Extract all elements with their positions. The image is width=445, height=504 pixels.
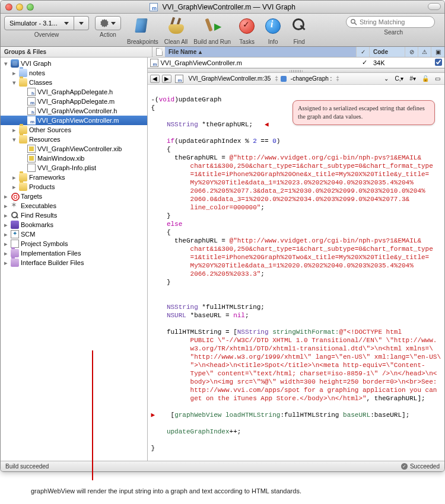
groups-files-sidebar[interactable]: ▾VVI Graph▸notes▾ClassesVVI_GraphAppDele… [1,58,148,461]
yellowf-icon [19,173,27,181]
code-header[interactable]: Code [370,47,405,57]
tasks-group: Tasks [237,16,257,45]
tree-row[interactable]: ▸Bookmarks [1,220,147,229]
cleanall-label: Clean All [164,39,187,45]
tree-row[interactable]: VVI_GraphViewController.xib [1,144,147,154]
search-input[interactable] [346,16,435,28]
find-label: Find [289,39,309,45]
tree-row[interactable]: ▸Products [1,182,147,192]
disclosure-triangle-icon[interactable]: ▸ [11,126,17,134]
tree-row[interactable]: ▾Resources [1,135,147,144]
yellowf-icon [19,126,27,134]
tree-row-label: VVI_Graph-Info.plist [37,164,96,171]
status-left: Build succeeded [5,463,49,470]
disclosure-triangle-icon[interactable]: ▸ [3,202,9,210]
tree-row[interactable]: VVI_GraphViewController.h [1,106,147,116]
tree-row[interactable]: ▸SCM [1,229,147,239]
cleanall-button[interactable] [166,16,186,36]
purplef-icon [11,259,19,267]
buildrun-button[interactable] [202,16,223,36]
nav-method-label[interactable]: -changeGraph : [289,75,334,82]
disclosure-triangle-icon[interactable]: ▸ [3,240,9,248]
tree-row-label: notes [29,69,45,76]
tree-row[interactable]: ▸Executables [1,201,147,210]
gear2-icon [11,202,19,210]
tasks-label: Tasks [237,39,257,45]
overview-label: Overview [4,31,89,38]
info-group: Info [263,16,283,45]
cleanall-group: Clean All [164,16,187,45]
main-area: VVI_GraphViewController.m ✓ 34K ◀ ▶ VVI_… [148,58,444,461]
nav-file-label[interactable]: VVI_GraphViewController.m:35 [187,75,273,82]
find-button[interactable] [289,16,309,36]
disclosure-triangle-icon[interactable]: ▸ [11,174,17,181]
tree-row[interactable]: ▾Classes [1,78,147,87]
chevron-down-icon [111,22,116,25]
tree-row[interactable]: ▸Project Symbols [1,239,147,248]
nav-menu1[interactable]: ⌄ [382,75,390,82]
overview-popup-label: Simulator - 3.1... [9,20,58,27]
errors-header[interactable]: ⊘ [405,47,418,57]
nav-fwd-button[interactable]: ▶ [162,75,171,83]
nav-back-button[interactable]: ◀ [150,75,160,83]
filename-header-label: File Name [169,49,196,55]
disclosure-triangle-icon[interactable]: ▸ [3,250,9,257]
disclosure-triangle-icon[interactable]: ▾ [11,136,17,143]
disclosure-triangle-icon[interactable]: ▸ [11,183,17,191]
window-title: VVI_GraphViewController.m — VVI Graph [1,3,444,11]
nav-counterpart[interactable]: C,▾ [393,75,405,82]
horizontal-splitter[interactable] [148,68,444,73]
tree-row[interactable]: ▸Interface Builder Files [1,258,147,267]
info-button[interactable] [263,16,283,36]
tree-row-label: VVI_GraphAppDelegate.m [37,98,115,105]
nav-menu2[interactable]: #▾ [408,75,418,82]
checkheader[interactable]: ✓ [357,47,370,57]
xcode-icon [11,59,19,68]
breakpoints-group: Breakpoints [127,16,158,45]
target-membership-checkbox[interactable] [435,59,442,66]
tree-row[interactable]: VVI_GraphAppDelegate.h [1,87,147,97]
action-button[interactable] [95,16,121,30]
src-icon [27,97,36,106]
status-right: Succeeded [410,463,440,470]
chevron-down-icon [64,22,69,25]
disclosure-triangle-icon[interactable]: ▾ [3,60,9,68]
disclosure-triangle-icon[interactable]: ▸ [3,212,9,219]
project-tree: ▾VVI Graph▸notes▾ClassesVVI_GraphAppDele… [1,58,147,269]
code-editor[interactable]: -(void)updateGraph { NSString *theGraphU… [148,85,444,461]
tree-row[interactable]: VVI_GraphAppDelegate.m [1,97,147,106]
disclosure-triangle-icon[interactable]: ▸ [3,259,9,267]
tree-row[interactable]: ▸Implementation Files [1,248,147,258]
disclosure-triangle-icon[interactable]: ▸ [3,231,9,238]
tasks-button[interactable] [237,16,257,36]
search-group: Search [315,16,435,36]
groups-files-header[interactable]: Groups & Files [1,47,152,57]
disclosure-triangle-icon[interactable]: ▾ [11,79,17,87]
tree-row[interactable]: MainWindow.xib [1,154,147,163]
nav-file-icon [175,75,183,83]
tree-row[interactable]: ▸Targets [1,192,147,201]
warnings-header[interactable]: ⚠ [418,47,431,57]
scm-icon [11,230,19,238]
xib-icon [27,145,36,153]
disclosure-triangle-icon[interactable]: ▸ [3,193,9,200]
target-membership-header[interactable]: ▣ [431,47,444,57]
disclosure-triangle-icon[interactable]: ▸ [11,69,17,77]
file-list-row[interactable]: VVI_GraphViewController.m ✓ 34K [148,58,444,68]
overview-next-button[interactable] [74,16,89,30]
nav-split-icon[interactable]: ▭ [433,75,442,82]
disclosure-triangle-icon[interactable]: ▸ [3,221,9,229]
tree-row-label: MainWindow.xib [37,155,84,162]
file-row-name: VVI_GraphViewController.m [161,59,358,66]
tree-row[interactable]: ▸Find Results [1,210,147,220]
page-icon [156,48,163,56]
nav-lock-icon[interactable]: 🔓 [420,75,431,82]
column-header: Groups & Files File Name ▴ ✓ Code ⊘ ⚠ ▣ [1,47,444,58]
annotation-callout: Assigned to a serialized escaped string … [293,100,435,125]
toolbar-toggle-button[interactable] [428,3,441,10]
filename-header[interactable]: File Name ▴ [165,47,357,57]
overview-popup[interactable]: Simulator - 3.1... [4,16,74,30]
window-title-text: VVI_GraphViewController.m — VVI Graph [162,3,295,11]
breakpoints-button[interactable] [132,16,152,36]
yellowf-icon [19,135,27,143]
